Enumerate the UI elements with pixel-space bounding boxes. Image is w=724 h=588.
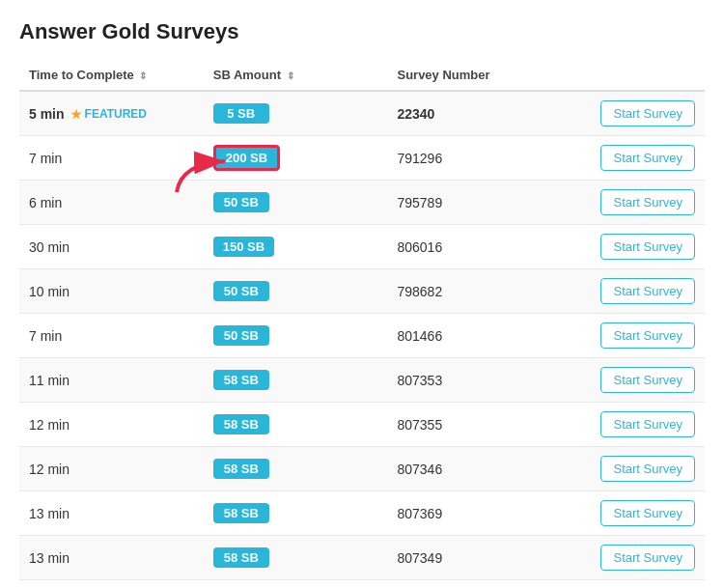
sb-amount-cell: 150 SB bbox=[204, 225, 388, 269]
star-icon: ★ bbox=[70, 107, 82, 122]
sb-badge: 50 SB bbox=[213, 192, 269, 212]
page-title: Answer Gold Surveys bbox=[19, 19, 705, 44]
action-header bbox=[571, 60, 705, 91]
action-cell: Start Survey bbox=[571, 269, 705, 314]
time-to-complete-header[interactable]: Time to Complete ⇕ bbox=[19, 60, 204, 91]
survey-number-cell: 795789 bbox=[387, 181, 571, 225]
time-cell: 13 min bbox=[19, 536, 204, 580]
sort-icon: ⇕ bbox=[287, 70, 294, 81]
start-survey-button[interactable]: Start Survey bbox=[600, 545, 695, 571]
sb-badge: 58 SB bbox=[213, 459, 269, 479]
time-value: 7 min bbox=[29, 151, 62, 166]
start-survey-button[interactable]: Start Survey bbox=[600, 456, 695, 482]
sb-amount-cell: 58 SB bbox=[204, 491, 388, 536]
time-value: 11 min bbox=[29, 373, 70, 388]
table-row: 13 min58 SB807344Start Survey bbox=[19, 580, 705, 589]
survey-number-cell: 807349 bbox=[387, 536, 571, 580]
table-row: 12 min58 SB807355Start Survey bbox=[19, 403, 705, 447]
start-survey-button[interactable]: Start Survey bbox=[600, 278, 695, 304]
time-value: 10 min bbox=[29, 284, 70, 299]
table-row: 10 min50 SB798682Start Survey bbox=[19, 269, 705, 314]
sort-icon: ⇕ bbox=[139, 70, 147, 81]
action-cell: Start Survey bbox=[571, 181, 705, 225]
action-cell: Start Survey bbox=[571, 225, 705, 269]
start-survey-button[interactable]: Start Survey bbox=[600, 500, 695, 526]
action-cell: Start Survey bbox=[571, 536, 705, 580]
table-row: 5 min★ FEATURED5 SB22340Start Survey bbox=[19, 91, 705, 136]
time-value: 13 min bbox=[29, 550, 70, 566]
time-value: 12 min bbox=[29, 462, 70, 477]
sb-amount-cell: 200 SB bbox=[204, 136, 388, 181]
table-row: 6 min50 SB795789Start Survey bbox=[19, 181, 705, 225]
sb-badge: 58 SB bbox=[213, 547, 269, 568]
action-cell: Start Survey bbox=[571, 91, 705, 136]
start-survey-button[interactable]: Start Survey bbox=[600, 322, 695, 349]
time-value: 6 min bbox=[29, 195, 62, 210]
sb-amount-cell: 58 SB bbox=[204, 358, 388, 403]
time-cell: 12 min bbox=[19, 403, 204, 447]
start-survey-button[interactable]: Start Survey bbox=[600, 100, 695, 126]
start-survey-button[interactable]: Start Survey bbox=[600, 411, 695, 437]
start-survey-button[interactable]: Start Survey bbox=[600, 145, 695, 171]
survey-number-header: Survey Number bbox=[387, 60, 571, 91]
action-cell: Start Survey bbox=[571, 447, 705, 491]
sb-badge: 150 SB bbox=[213, 237, 274, 257]
time-cell: 7 min bbox=[19, 314, 204, 358]
sb-amount-cell: 58 SB bbox=[204, 536, 388, 580]
time-cell: 13 min bbox=[19, 491, 204, 536]
start-survey-button[interactable]: Start Survey bbox=[600, 367, 695, 393]
time-value: 30 min bbox=[29, 239, 70, 255]
sb-amount-cell: 58 SB bbox=[204, 580, 388, 589]
survey-number-cell: 806016 bbox=[387, 225, 571, 269]
time-value: 7 min bbox=[29, 328, 62, 344]
survey-number-cell: 22340 bbox=[387, 91, 571, 136]
sb-badge: 58 SB bbox=[213, 370, 269, 390]
table-row: 13 min58 SB807349Start Survey bbox=[19, 536, 705, 580]
survey-number-cell: 807369 bbox=[387, 491, 571, 536]
time-cell: 30 min bbox=[19, 225, 204, 269]
start-survey-button[interactable]: Start Survey bbox=[600, 234, 695, 260]
time-cell: 10 min bbox=[19, 269, 204, 314]
table-row: 11 min58 SB807353Start Survey bbox=[19, 358, 705, 403]
table-row: 7 min50 SB801466Start Survey bbox=[19, 314, 705, 358]
survey-number-cell: 807346 bbox=[387, 447, 571, 491]
time-value: 5 min bbox=[29, 106, 65, 122]
sb-badge-highlight: 200 SB bbox=[213, 145, 280, 171]
start-survey-button[interactable]: Start Survey bbox=[600, 189, 695, 215]
time-cell: 7 min bbox=[19, 136, 204, 181]
sb-amount-header[interactable]: SB Amount ⇕ bbox=[204, 60, 388, 91]
survey-number-cell: 807344 bbox=[387, 580, 571, 589]
time-cell: 13 min bbox=[19, 580, 204, 589]
survey-number-cell: 807353 bbox=[387, 358, 571, 403]
time-cell: 6 min bbox=[19, 181, 204, 225]
time-cell: 5 min★ FEATURED bbox=[19, 91, 204, 136]
sb-amount-cell: 58 SB bbox=[204, 447, 388, 491]
table-row: 13 min58 SB807369Start Survey bbox=[19, 491, 705, 536]
survey-number-cell: 791296 bbox=[387, 136, 571, 181]
time-value: 13 min bbox=[29, 506, 70, 521]
sb-badge: 50 SB bbox=[213, 325, 269, 346]
time-cell: 11 min bbox=[19, 358, 204, 403]
survey-number-cell: 798682 bbox=[387, 269, 571, 314]
survey-number-cell: 801466 bbox=[387, 314, 571, 358]
featured-label: ★ FEATURED bbox=[70, 107, 147, 122]
sb-badge: 5 SB bbox=[213, 103, 269, 124]
action-cell: Start Survey bbox=[571, 580, 705, 589]
sb-amount-cell: 58 SB bbox=[204, 403, 388, 447]
action-cell: Start Survey bbox=[571, 358, 705, 403]
action-cell: Start Survey bbox=[571, 491, 705, 536]
survey-number-cell: 807355 bbox=[387, 403, 571, 447]
sb-amount-cell: 50 SB bbox=[204, 269, 388, 314]
sb-amount-cell: 50 SB bbox=[204, 181, 388, 225]
sb-amount-cell: 5 SB bbox=[204, 91, 388, 136]
sb-badge: 58 SB bbox=[213, 503, 269, 523]
sb-badge: 58 SB bbox=[213, 414, 269, 434]
sb-badge: 50 SB bbox=[213, 281, 269, 301]
action-cell: Start Survey bbox=[571, 403, 705, 447]
time-cell: 12 min bbox=[19, 447, 204, 491]
table-row: 30 min150 SB806016Start Survey bbox=[19, 225, 705, 269]
action-cell: Start Survey bbox=[571, 314, 705, 358]
table-row: 12 min58 SB807346Start Survey bbox=[19, 447, 705, 491]
action-cell: Start Survey bbox=[571, 136, 705, 181]
sb-amount-cell: 50 SB bbox=[204, 314, 388, 358]
